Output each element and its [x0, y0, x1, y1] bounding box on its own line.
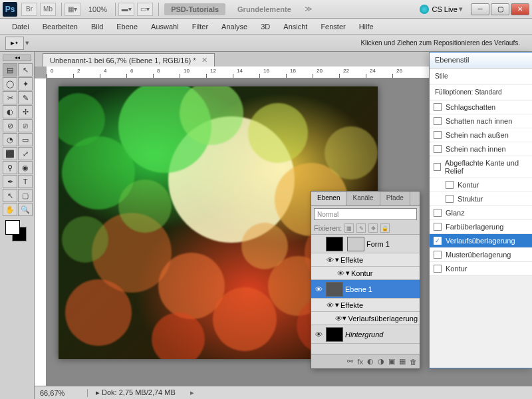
tool-3[interactable]: ✦ — [18, 77, 33, 90]
minibridge-icon[interactable]: Mb — [40, 3, 56, 16]
tool-14[interactable]: ⚲ — [3, 161, 17, 174]
tool-15[interactable]: ◉ — [18, 161, 33, 174]
maximize-button[interactable]: ▢ — [491, 3, 509, 15]
style-option[interactable]: Schlagschatten — [430, 100, 532, 114]
layer-thumbnail[interactable] — [326, 237, 343, 251]
zoom-level[interactable]: 100% — [88, 5, 107, 13]
visibility-icon[interactable]: 👁 — [325, 256, 335, 264]
color-swatches[interactable] — [3, 220, 31, 244]
checkbox[interactable] — [434, 117, 442, 125]
style-option[interactable]: Schein nach außen — [430, 128, 532, 142]
layer-thumbnail[interactable] — [326, 327, 343, 342]
checkbox[interactable] — [434, 209, 442, 217]
visibility-icon[interactable]: 👁 — [325, 301, 335, 309]
close-tab-icon[interactable]: ✕ — [201, 56, 207, 65]
tool-4[interactable]: ✂ — [3, 91, 17, 104]
tool-10[interactable]: ◔ — [3, 133, 17, 146]
tool-13[interactable]: ⤢ — [18, 147, 33, 160]
checkbox[interactable] — [446, 195, 454, 203]
style-option[interactable]: Kontur — [430, 178, 532, 192]
screenmode-icon[interactable]: ▭▾ — [137, 3, 153, 16]
checkbox[interactable] — [434, 251, 442, 259]
status-docsize[interactable]: ▸ Dok: 2,75 MB/2,74 MB — [88, 388, 184, 397]
link-layers-icon[interactable]: ⚯ — [347, 357, 353, 366]
checkbox[interactable] — [446, 181, 454, 189]
tool-2[interactable]: ◯ — [3, 77, 17, 90]
style-option[interactable]: Schein nach innen — [430, 142, 532, 156]
checkbox[interactable] — [434, 265, 442, 273]
app-logo[interactable]: Ps — [3, 2, 17, 17]
layer-mask-icon[interactable]: ◐ — [367, 357, 374, 366]
tool-21[interactable]: 🔍 — [18, 203, 33, 216]
tool-1[interactable]: ↖ — [18, 63, 33, 76]
layer-row[interactable]: Form 1 — [311, 235, 420, 253]
visibility-icon[interactable]: 👁 — [335, 315, 342, 323]
menu-analyse[interactable]: Analyse — [215, 21, 254, 33]
lock-pixels-icon[interactable]: ✎ — [356, 223, 366, 233]
menu-datei[interactable]: Datei — [5, 21, 36, 33]
fill-options-heading[interactable]: Fülloptionen: Standard — [430, 84, 532, 100]
checkbox[interactable]: ✓ — [434, 237, 442, 245]
tool-17[interactable]: T — [18, 175, 33, 188]
bridge-icon[interactable]: Br — [21, 3, 37, 16]
checkbox[interactable] — [434, 103, 442, 111]
checkbox[interactable] — [434, 163, 441, 171]
blend-mode-select[interactable]: Normal — [314, 208, 417, 220]
workspace-psd-tutorials[interactable]: PSD-Tutorials — [164, 3, 225, 15]
menu-auswahl[interactable]: Auswahl — [144, 21, 186, 33]
menu-3d[interactable]: 3D — [254, 21, 277, 33]
delete-layer-icon[interactable]: 🗑 — [410, 358, 417, 366]
layer-style-dialog[interactable]: Ebenenstil Stile Fülloptionen: Standard … — [429, 52, 532, 368]
style-option[interactable]: Kontur — [430, 262, 532, 276]
layer-row[interactable]: 👁Hintergrund — [311, 325, 420, 344]
layer-row[interactable]: 👁▾ Kontur — [311, 267, 420, 280]
tool-20[interactable]: ✋ — [3, 203, 17, 216]
arrange-icon[interactable]: ▬▾ — [118, 3, 134, 16]
close-button[interactable]: ✕ — [511, 3, 529, 15]
adjustment-layer-icon[interactable]: ◑ — [378, 357, 384, 366]
tool-12[interactable]: ⬛ — [3, 147, 17, 160]
minimize-button[interactable]: ─ — [471, 3, 489, 15]
menu-ebene[interactable]: Ebene — [110, 21, 144, 33]
tab-pfade[interactable]: Pfade — [380, 192, 410, 205]
tool-16[interactable]: ✒ — [3, 175, 17, 188]
workspace-grundelemente[interactable]: Grundelemente — [231, 3, 298, 15]
tool-19[interactable]: ▢ — [18, 189, 33, 202]
menu-filter[interactable]: Filter — [186, 21, 215, 33]
visibility-icon[interactable]: 👁 — [313, 285, 324, 293]
tool-5[interactable]: ✎ — [18, 91, 33, 104]
status-zoom[interactable]: 66,67% — [35, 389, 88, 397]
tab-ebenen[interactable]: Ebenen — [311, 192, 346, 205]
menu-fenster[interactable]: Fenster — [314, 21, 352, 33]
checkbox[interactable] — [434, 131, 442, 139]
style-option[interactable]: Abgeflachte Kante und Relief — [430, 156, 532, 178]
tool-6[interactable]: ◐ — [3, 105, 17, 118]
layers-panel[interactable]: Ebenen Kanäle Pfade Normal Fixieren: ▦ ✎… — [311, 191, 420, 369]
layer-thumbnail[interactable] — [326, 282, 343, 297]
style-option[interactable]: Schatten nach innen — [430, 114, 532, 128]
menu-ansicht[interactable]: Ansicht — [277, 21, 314, 33]
tab-kanaele[interactable]: Kanäle — [346, 192, 380, 205]
style-option[interactable]: Musterüberlagerung — [430, 248, 532, 262]
layer-row[interactable]: 👁Ebene 1 — [311, 280, 420, 299]
current-tool-icon[interactable]: ▸✦ — [5, 37, 24, 50]
lock-transparency-icon[interactable]: ▦ — [344, 223, 354, 233]
layer-row[interactable]: 👁▾ Verlaufsüberlagerung — [311, 312, 420, 325]
document-tab[interactable]: Unbenannt-1 bei 66,7% (Ebene 1, RGB/16) … — [43, 53, 215, 66]
tool-9[interactable]: ⎚ — [18, 119, 33, 132]
lock-position-icon[interactable]: ✥ — [368, 223, 378, 233]
tool-18[interactable]: ↖ — [3, 189, 17, 202]
tool-8[interactable]: ⊘ — [3, 119, 17, 132]
layer-fx-icon[interactable]: fx — [357, 358, 363, 366]
tool-7[interactable]: ✢ — [18, 105, 33, 118]
view-extras-icon[interactable]: ▦▾ — [65, 3, 80, 16]
layer-row[interactable]: 👁▾ Effekte — [311, 253, 420, 267]
style-option[interactable]: Struktur — [430, 192, 532, 206]
cslive-label[interactable]: CS Live — [432, 5, 458, 13]
menu-bild[interactable]: Bild — [84, 21, 110, 33]
menu-hilfe[interactable]: Hilfe — [352, 21, 380, 33]
tool-11[interactable]: ▭ — [18, 133, 33, 146]
new-layer-icon[interactable]: ▦ — [399, 357, 406, 366]
foreground-color[interactable] — [5, 220, 20, 235]
layer-group-icon[interactable]: ▣ — [388, 357, 395, 366]
